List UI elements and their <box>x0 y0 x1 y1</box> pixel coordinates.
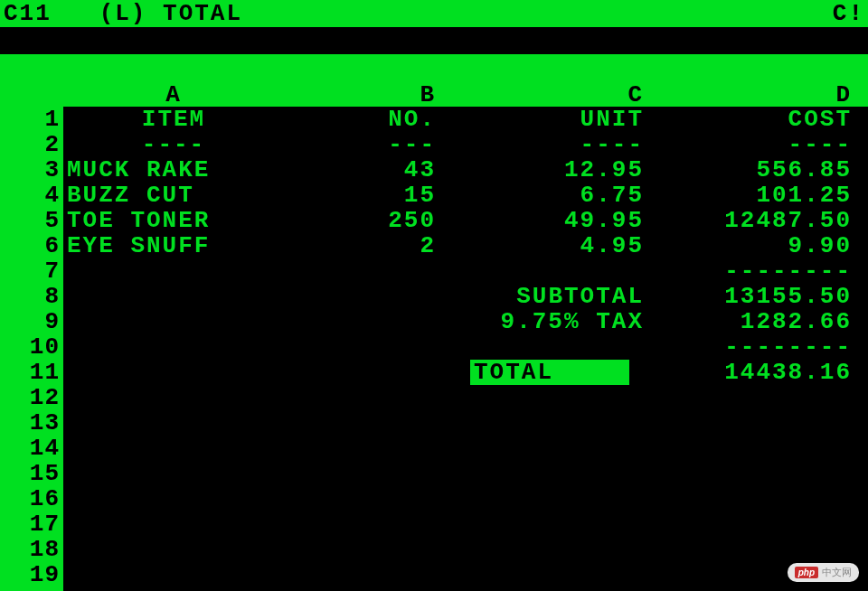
divider: --- <box>280 132 443 157</box>
cell-unit[interactable]: 49.95 <box>443 208 651 233</box>
cell-cost[interactable]: 101.25 <box>651 183 859 208</box>
cell-cost[interactable]: 12487.50 <box>651 208 859 233</box>
table-row[interactable]: -------- <box>63 258 868 284</box>
row-number: 16 <box>0 486 63 511</box>
table-row[interactable]: -------- <box>63 334 868 360</box>
cell-no[interactable]: 250 <box>280 208 443 233</box>
cell-unit[interactable]: 4.95 <box>443 233 651 258</box>
col-header-b: B <box>280 81 443 107</box>
watermark-logo: php <box>795 567 818 578</box>
row-number: 10 <box>0 334 63 360</box>
grid-content[interactable]: A B C D ITEM NO. UNIT COST ---- --- ----… <box>63 81 868 591</box>
row-number: 1 <box>0 107 63 132</box>
row-number: 8 <box>0 284 63 309</box>
formula-bar: C11 (L) TOTAL C! <box>0 0 868 27</box>
divider: ---- <box>63 132 280 157</box>
row-number: 15 <box>0 461 63 486</box>
table-row[interactable]: MUCK RAKE 43 12.95 556.85 <box>63 157 868 183</box>
col-header-d: D <box>651 81 859 107</box>
row-number: 17 <box>0 511 63 537</box>
row-number: 20 <box>0 587 63 591</box>
table-row[interactable]: BUZZ CUT 15 6.75 101.25 <box>63 183 868 208</box>
header-no[interactable]: NO. <box>280 107 443 132</box>
divider: -------- <box>651 334 859 360</box>
table-row[interactable]: 9.75% TAX 1282.66 <box>63 309 868 334</box>
row-number: 2 <box>0 132 63 157</box>
row-number: 13 <box>0 410 63 436</box>
watermark: php 中文网 <box>788 563 859 582</box>
tax-value[interactable]: 1282.66 <box>651 309 859 334</box>
column-headers: A B C D <box>63 81 868 107</box>
cell-no[interactable]: 2 <box>280 233 443 258</box>
divider: ---- <box>651 132 859 157</box>
cell-item[interactable]: MUCK RAKE <box>63 157 280 183</box>
col-header-c: C <box>443 81 651 107</box>
cell-reference: C11 <box>4 0 52 27</box>
right-value: 25 <box>833 27 864 54</box>
cell-no[interactable]: 43 <box>280 157 443 183</box>
table-row[interactable]: TOE TONER 250 49.95 12487.50 <box>63 208 868 233</box>
header-item[interactable]: ITEM <box>63 107 280 132</box>
row-number: 19 <box>0 562 63 587</box>
header-unit[interactable]: UNIT <box>443 107 651 132</box>
formula-label: (L) TOTAL <box>99 0 242 27</box>
divider: ---- <box>443 132 651 157</box>
cell-cost[interactable]: 9.90 <box>651 233 859 258</box>
total-label: TOTAL <box>470 360 557 385</box>
row-number: 12 <box>0 385 63 410</box>
tax-label[interactable]: 9.75% TAX <box>443 309 651 334</box>
total-cell-selected[interactable]: TOTAL <box>443 360 651 385</box>
spreadsheet-area[interactable]: 1 2 3 4 5 6 7 8 9 10 11 12 13 14 15 16 1… <box>0 81 868 591</box>
row-number: 3 <box>0 157 63 183</box>
table-row[interactable]: ITEM NO. UNIT COST <box>63 107 868 132</box>
table-row[interactable]: TOTAL 14438.16 <box>63 360 868 385</box>
row-number: 4 <box>0 183 63 208</box>
subtotal-label[interactable]: SUBTOTAL <box>443 284 651 309</box>
cell-item[interactable]: EYE SNUFF <box>63 233 280 258</box>
separator-strip <box>0 27 868 54</box>
cell-unit[interactable]: 12.95 <box>443 157 651 183</box>
row-number: 5 <box>0 208 63 233</box>
divider: -------- <box>651 258 859 284</box>
col-header-a: A <box>63 81 280 107</box>
row-number-gutter: 1 2 3 4 5 6 7 8 9 10 11 12 13 14 15 16 1… <box>0 81 63 591</box>
row-number: 7 <box>0 258 63 284</box>
table-row[interactable]: ---- --- ---- ---- <box>63 132 868 157</box>
subtotal-value[interactable]: 13155.50 <box>651 284 859 309</box>
cell-cost[interactable]: 556.85 <box>651 157 859 183</box>
row-number: 6 <box>0 233 63 258</box>
watermark-text: 中文网 <box>822 566 852 579</box>
total-value[interactable]: 14438.16 <box>651 360 859 385</box>
row-number: 11 <box>0 360 63 385</box>
cell-item[interactable]: TOE TONER <box>63 208 280 233</box>
cell-item[interactable]: BUZZ CUT <box>63 183 280 208</box>
cell-unit[interactable]: 6.75 <box>443 183 651 208</box>
table-row[interactable]: SUBTOTAL 13155.50 <box>63 284 868 309</box>
table-row[interactable]: EYE SNUFF 2 4.95 9.90 <box>63 233 868 258</box>
right-indicator: C! <box>833 0 864 27</box>
header-cost[interactable]: COST <box>651 107 859 132</box>
row-number: 18 <box>0 537 63 562</box>
row-number: 9 <box>0 309 63 334</box>
row-number: 14 <box>0 436 63 461</box>
cell-no[interactable]: 15 <box>280 183 443 208</box>
